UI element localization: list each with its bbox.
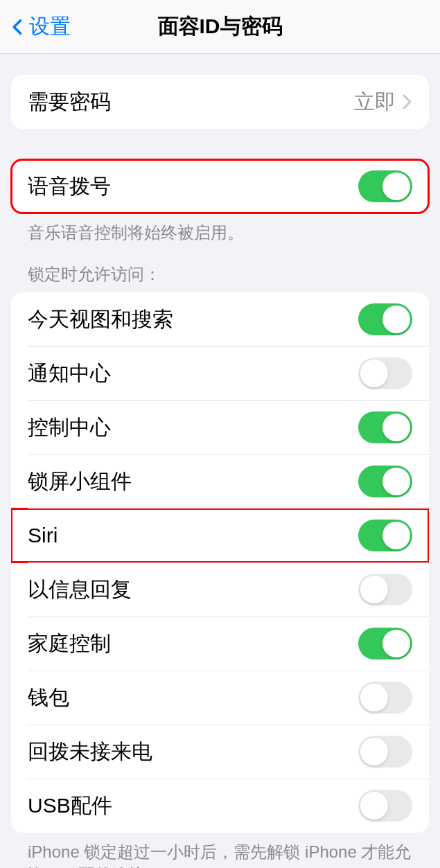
voice-dial-label: 语音拨号 (28, 172, 111, 201)
voice-dial-footer: 音乐语音控制将始终被启用。 (11, 213, 429, 244)
group-require-passcode: 需要密码 立即 (11, 75, 429, 129)
toggle-knob (382, 468, 410, 495)
toggle-knob (360, 738, 388, 765)
access-cell: 控制中心 (11, 400, 429, 454)
access-cell: USB配件 (11, 779, 429, 833)
toggle-knob (382, 172, 410, 200)
access-item-label: 控制中心 (28, 414, 111, 442)
access-cell: 以信息回复 (11, 563, 429, 617)
access-cell: 锁屏小组件 (11, 454, 429, 508)
voice-dial-container: 语音拨号 (11, 159, 429, 213)
toggle-knob (382, 630, 410, 657)
group-lock-access: 锁定时允许访问： 今天视图和搜索通知中心控制中心锁屏小组件Siri以信息回复家庭… (11, 263, 429, 868)
toggle-knob (382, 522, 410, 549)
access-item-toggle[interactable] (358, 628, 412, 659)
access-item-toggle[interactable] (358, 574, 412, 605)
access-item-toggle[interactable] (358, 736, 412, 768)
chevron-right-icon (403, 94, 412, 109)
require-passcode-cell[interactable]: 需要密码 立即 (11, 75, 429, 129)
toggle-knob (382, 305, 410, 333)
access-cell: 家庭控制 (11, 617, 429, 671)
toggle-knob (360, 576, 388, 603)
access-footer: iPhone 锁定超过一小时后，需先解锁 iPhone 才能允许USB配件连接。 (11, 833, 429, 868)
back-button[interactable]: 设置 (0, 12, 71, 41)
content: 需要密码 立即 语音拨号 音乐语音控制将始终被启用。 锁定时允许访问： 今天 (0, 75, 440, 868)
access-item-label: 通知中心 (28, 360, 111, 388)
access-cell: 钱包 (11, 671, 429, 725)
toggle-knob (382, 414, 410, 441)
require-passcode-value: 立即 (354, 88, 396, 116)
access-item-label: Siri (28, 524, 58, 547)
access-cell: 回拨未接来电 (11, 725, 429, 779)
access-item-label: 锁屏小组件 (28, 468, 132, 496)
access-item-label: 钱包 (28, 684, 69, 712)
back-label: 设置 (29, 12, 71, 41)
access-item-toggle[interactable] (358, 790, 412, 822)
cell-right: 立即 (354, 88, 412, 116)
voice-dial-cell: 语音拨号 (11, 159, 429, 213)
access-cell: 通知中心 (11, 346, 429, 400)
access-item-toggle[interactable] (358, 411, 412, 443)
toggle-knob (360, 792, 388, 820)
access-item-label: USB配件 (28, 792, 112, 820)
toggle-knob (360, 360, 388, 387)
require-passcode-label: 需要密码 (28, 88, 111, 116)
access-header: 锁定时允许访问： (11, 263, 429, 292)
access-item-toggle[interactable] (358, 303, 412, 335)
access-list: 今天视图和搜索通知中心控制中心锁屏小组件Siri以信息回复家庭控制钱包回拨未接来… (11, 292, 429, 833)
access-item-label: 家庭控制 (28, 630, 111, 658)
access-item-label: 以信息回复 (28, 576, 132, 604)
access-item-toggle[interactable] (358, 357, 412, 389)
toggle-knob (360, 684, 388, 711)
access-item-label: 今天视图和搜索 (28, 305, 173, 334)
access-item-toggle[interactable] (358, 466, 412, 497)
group-voice-dial: 语音拨号 音乐语音控制将始终被启用。 (11, 159, 429, 244)
page-title: 面容ID与密码 (158, 12, 283, 41)
access-cell: Siri (11, 508, 429, 563)
access-item-label: 回拨未接来电 (28, 738, 152, 766)
access-item-toggle[interactable] (358, 520, 412, 551)
access-cell: 今天视图和搜索 (11, 292, 429, 346)
nav-header: 设置 面容ID与密码 (0, 0, 440, 54)
chevron-left-icon (8, 17, 28, 37)
access-item-toggle[interactable] (358, 682, 412, 714)
voice-dial-toggle[interactable] (358, 170, 412, 202)
